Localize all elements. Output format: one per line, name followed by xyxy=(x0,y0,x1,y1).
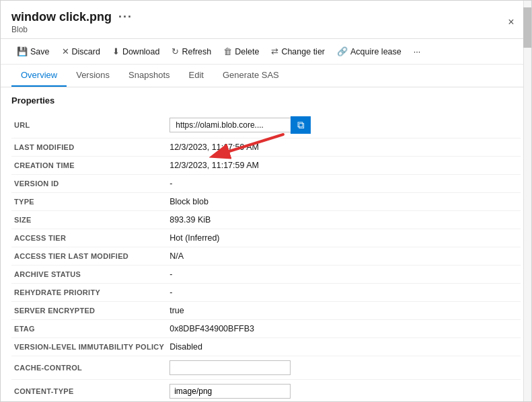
tab-snapshots[interactable]: Snapshots xyxy=(119,65,179,87)
title-more-icon[interactable]: ··· xyxy=(118,10,132,24)
table-row: URL ⧉ xyxy=(11,112,521,138)
prop-value-rehydrate-priority: - xyxy=(167,284,521,302)
prop-key-version-id: VERSION ID xyxy=(11,175,167,193)
delete-icon: 🗑 xyxy=(223,46,232,56)
prop-value-immutability-policy: Disabled xyxy=(167,338,521,356)
acquire-lease-button[interactable]: 🔗 Acquire lease xyxy=(332,43,407,60)
refresh-button[interactable]: ↻ Refresh xyxy=(166,43,217,60)
prop-value-size: 893.39 KiB xyxy=(167,211,521,229)
tab-versions[interactable]: Versions xyxy=(67,65,119,87)
prop-value-type: Block blob xyxy=(167,193,521,211)
panel-title: window click.png ··· xyxy=(11,10,502,24)
prop-value-last-modified: 12/3/2023, 11:17:59 AM xyxy=(167,138,521,157)
download-icon: ⬇ xyxy=(112,46,120,56)
delete-label: Delete xyxy=(235,47,259,56)
tab-overview[interactable]: Overview xyxy=(11,65,67,87)
prop-key-creation-time: CREATION TIME xyxy=(11,157,167,175)
prop-value-content-type xyxy=(167,380,521,402)
blob-panel: window click.png ··· Blob × 💾 Save ✕ Dis… xyxy=(0,0,532,402)
close-button[interactable]: × xyxy=(502,13,521,32)
prop-value-creation-time: 12/3/2023, 11:17:59 AM xyxy=(167,157,521,175)
table-row: CREATION TIME 12/3/2023, 11:17:59 AM xyxy=(11,157,521,175)
prop-value-cache-control xyxy=(167,356,521,380)
more-toolbar-icon: ··· xyxy=(414,47,420,56)
prop-value-version-id: - xyxy=(167,175,521,193)
tabs-bar: Overview Versions Snapshots Edit Generat… xyxy=(1,65,531,87)
cache-control-input[interactable] xyxy=(169,360,291,375)
properties-table: URL ⧉ LAST MODIFIED 12/3/2023, 11:17:59 … xyxy=(11,112,521,401)
download-label: Download xyxy=(122,47,160,56)
table-row: ARCHIVE STATUS - xyxy=(11,266,521,284)
table-row: LAST MODIFIED 12/3/2023, 11:17:59 AM xyxy=(11,138,521,157)
download-button[interactable]: ⬇ Download xyxy=(107,43,165,60)
change-tier-button[interactable]: ⇄ Change tier xyxy=(266,43,330,60)
discard-button[interactable]: ✕ Discard xyxy=(56,43,106,60)
prop-value-access-tier-last-modified: N/A xyxy=(167,247,521,266)
prop-value-server-encrypted: true xyxy=(167,302,521,320)
table-row: SIZE 893.39 KiB xyxy=(11,211,521,229)
panel-header: window click.png ··· Blob × xyxy=(1,1,531,39)
delete-button[interactable]: 🗑 Delete xyxy=(218,43,264,60)
prop-value-archive-status: - xyxy=(167,266,521,284)
table-row: CONTENT-TYPE xyxy=(11,380,521,402)
tab-edit[interactable]: Edit xyxy=(180,65,213,87)
prop-key-type: TYPE xyxy=(11,193,167,211)
url-copy-button[interactable]: ⧉ xyxy=(291,116,311,134)
change-tier-label: Change tier xyxy=(281,47,325,56)
more-toolbar-button[interactable]: ··· xyxy=(408,44,426,60)
prop-key-content-type: CONTENT-TYPE xyxy=(11,380,167,402)
panel-subtitle: Blob xyxy=(11,25,502,34)
prop-key-url: URL xyxy=(11,112,167,138)
prop-key-last-modified: LAST MODIFIED xyxy=(11,138,167,157)
table-row: VERSION ID - xyxy=(11,175,521,193)
title-area: window click.png ··· Blob xyxy=(11,10,502,34)
prop-value-etag: 0x8DBF434900BFFB3 xyxy=(167,320,521,338)
scroll-thumb[interactable] xyxy=(523,7,531,48)
save-label: Save xyxy=(30,47,50,56)
copy-icon: ⧉ xyxy=(297,119,305,131)
prop-key-cache-control: CACHE-CONTROL xyxy=(11,356,167,380)
table-row: ACCESS TIER Hot (Inferred) xyxy=(11,229,521,247)
refresh-icon: ↻ xyxy=(172,46,179,56)
prop-key-archive-status: ARCHIVE STATUS xyxy=(11,266,167,284)
scroll-track xyxy=(523,1,531,401)
prop-key-access-tier-last-modified: ACCESS TIER LAST MODIFIED xyxy=(11,247,167,266)
table-row: REHYDRATE PRIORITY - xyxy=(11,284,521,302)
prop-key-access-tier: ACCESS TIER xyxy=(11,229,167,247)
save-button[interactable]: 💾 Save xyxy=(11,43,55,60)
table-row: ACCESS TIER LAST MODIFIED N/A xyxy=(11,247,521,266)
url-field-wrap: ⧉ xyxy=(169,116,518,134)
prop-value-url: ⧉ xyxy=(167,112,521,138)
content-type-input[interactable] xyxy=(169,384,291,399)
acquire-lease-icon: 🔗 xyxy=(337,46,348,56)
section-properties-title: Properties xyxy=(11,95,521,106)
discard-icon: ✕ xyxy=(62,46,69,56)
prop-key-immutability-policy: VERSION-LEVEL IMMUTABILITY POLICY xyxy=(11,338,167,356)
discard-label: Discard xyxy=(72,47,100,56)
change-tier-icon: ⇄ xyxy=(271,46,278,56)
table-row: ETAG 0x8DBF434900BFFB3 xyxy=(11,320,521,338)
toolbar: 💾 Save ✕ Discard ⬇ Download ↻ Refresh 🗑 … xyxy=(1,39,531,65)
prop-value-access-tier: Hot (Inferred) xyxy=(167,229,521,247)
content-area: Properties URL ⧉ xyxy=(1,87,531,401)
title-text: window click.png xyxy=(11,10,112,24)
tab-generate-sas[interactable]: Generate SAS xyxy=(213,65,289,87)
url-input[interactable] xyxy=(169,118,291,132)
table-row: CACHE-CONTROL xyxy=(11,356,521,380)
prop-key-etag: ETAG xyxy=(11,320,167,338)
table-row: SERVER ENCRYPTED true xyxy=(11,302,521,320)
table-row: VERSION-LEVEL IMMUTABILITY POLICY Disabl… xyxy=(11,338,521,356)
prop-key-size: SIZE xyxy=(11,211,167,229)
acquire-lease-label: Acquire lease xyxy=(350,47,402,56)
prop-key-server-encrypted: SERVER ENCRYPTED xyxy=(11,302,167,320)
refresh-label: Refresh xyxy=(182,47,211,56)
table-row: TYPE Block blob xyxy=(11,193,521,211)
prop-key-rehydrate-priority: REHYDRATE PRIORITY xyxy=(11,284,167,302)
save-icon: 💾 xyxy=(17,46,28,56)
